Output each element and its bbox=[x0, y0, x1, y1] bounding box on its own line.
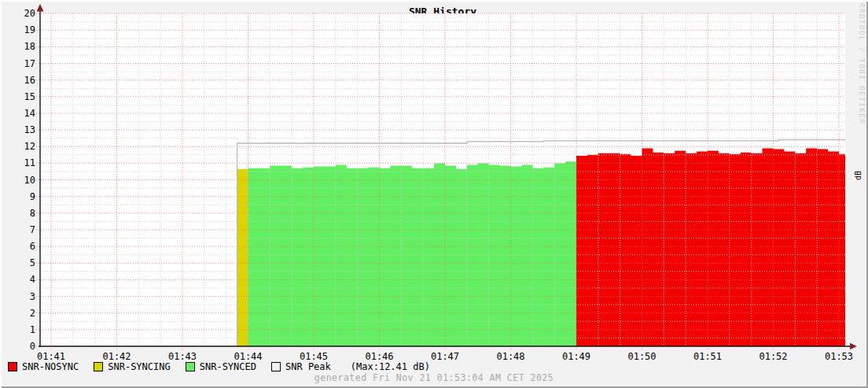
legend-item-label: SNR-NOSYNC bbox=[22, 361, 79, 372]
svg-text:5: 5 bbox=[30, 257, 35, 268]
svg-text:18: 18 bbox=[24, 41, 35, 52]
svg-text:01:45: 01:45 bbox=[300, 351, 328, 362]
svg-text:01:43: 01:43 bbox=[168, 351, 197, 362]
legend-item-label: SNR-SYNCING bbox=[108, 361, 170, 372]
svg-text:01:48: 01:48 bbox=[496, 351, 524, 362]
svg-text:3: 3 bbox=[30, 291, 35, 302]
legend-swatch-icon bbox=[271, 362, 281, 371]
svg-text:6: 6 bbox=[30, 241, 35, 252]
svg-text:19: 19 bbox=[24, 24, 35, 35]
svg-text:01:49: 01:49 bbox=[562, 351, 590, 362]
svg-text:01:47: 01:47 bbox=[431, 351, 459, 362]
svg-text:01:41: 01:41 bbox=[37, 351, 65, 362]
svg-text:16: 16 bbox=[24, 75, 35, 86]
svg-text:17: 17 bbox=[24, 58, 35, 69]
svg-text:14: 14 bbox=[24, 108, 35, 119]
svg-text:01:52: 01:52 bbox=[759, 351, 787, 362]
svg-text:8: 8 bbox=[30, 208, 35, 219]
svg-text:01:53: 01:53 bbox=[825, 351, 853, 362]
right-axis-unit-label: dB bbox=[854, 171, 862, 180]
svg-text:11: 11 bbox=[24, 157, 35, 168]
generated-timestamp: generated Fri Nov 21 01:53:04 AM CET 202… bbox=[0, 372, 868, 383]
legend-item-snr-syncing: SNR-SYNCING bbox=[94, 361, 170, 372]
svg-text:01:51: 01:51 bbox=[693, 351, 722, 362]
legend-swatch-icon bbox=[8, 362, 17, 371]
svg-text:15: 15 bbox=[24, 91, 35, 102]
legend-item-snr-peak: SNR Peak bbox=[271, 361, 331, 372]
svg-text:20: 20 bbox=[24, 8, 35, 19]
svg-text:13: 13 bbox=[24, 124, 35, 135]
svg-text:01:50: 01:50 bbox=[627, 351, 656, 362]
svg-text:4: 4 bbox=[30, 274, 35, 285]
rrdtool-graph-frame: SNR History 0123456789101112131415161718… bbox=[0, 0, 868, 388]
svg-text:2: 2 bbox=[30, 308, 35, 319]
legend-item-label: SNR-SYNCED bbox=[200, 361, 256, 372]
svg-text:7: 7 bbox=[30, 224, 35, 235]
svg-text:01:46: 01:46 bbox=[365, 351, 393, 362]
legend-swatch-icon bbox=[94, 362, 103, 371]
svg-text:0: 0 bbox=[30, 341, 35, 352]
svg-text:10: 10 bbox=[24, 175, 35, 186]
rrdtool-watermark: RRDTOOL / TOBI OETIKER bbox=[858, 3, 866, 184]
legend-max-note: (Max:12.41 dB) bbox=[351, 361, 430, 372]
svg-text:01:42: 01:42 bbox=[102, 351, 131, 362]
legend-swatch-icon bbox=[186, 362, 195, 371]
legend-item-label: SNR Peak bbox=[285, 361, 331, 372]
svg-text:12: 12 bbox=[24, 141, 35, 152]
legend-item-snr-synced: SNR-SYNCED bbox=[186, 361, 256, 372]
legend-item-snr-nosync: SNR-NOSYNC bbox=[8, 361, 79, 372]
snr-history-chart: 0123456789101112131415161718192001:4101:… bbox=[0, 0, 868, 388]
svg-text:01:44: 01:44 bbox=[234, 351, 262, 362]
svg-text:9: 9 bbox=[30, 191, 35, 202]
svg-text:1: 1 bbox=[30, 324, 35, 335]
legend: SNR-NOSYNCSNR-SYNCINGSNR-SYNCEDSNR Peak(… bbox=[8, 361, 430, 372]
